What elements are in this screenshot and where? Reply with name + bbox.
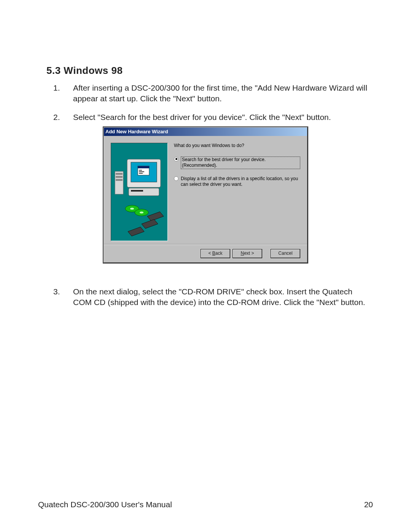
svg-rect-12	[131, 190, 143, 192]
svg-rect-8	[139, 170, 142, 171]
footer-page-number: 20	[364, 500, 373, 509]
step-3: 3. On the next dialog, select the "CD-RO…	[53, 286, 369, 308]
svg-rect-10	[139, 173, 143, 174]
wizard-illustration	[111, 143, 168, 241]
wizard-window: Add New Hardware Wizard	[103, 126, 308, 264]
step-number: 3.	[53, 286, 63, 308]
step-text: Select "Search for the best driver for y…	[73, 112, 369, 123]
svg-rect-7	[138, 166, 149, 168]
radio-option-list[interactable]: Display a list of all the drivers in a s…	[174, 176, 300, 188]
cancel-button[interactable]: Cancel	[271, 249, 300, 258]
radio-button-icon	[174, 157, 178, 161]
step-number: 1.	[53, 83, 63, 104]
svg-rect-2	[116, 176, 123, 178]
radio-button-icon	[174, 176, 178, 181]
svg-rect-9	[139, 171, 144, 172]
wizard-prompt: What do you want Windows to do?	[174, 143, 300, 149]
next-button[interactable]: Next >	[233, 249, 262, 258]
back-underline: B	[212, 251, 215, 256]
radio-label: Search for the best driver for your devi…	[181, 157, 300, 169]
back-suffix: ack	[215, 251, 223, 256]
footer-manual-title: Quatech DSC-200/300 User's Manual	[38, 500, 172, 509]
svg-point-16	[140, 212, 143, 214]
next-suffix: ext >	[244, 251, 254, 256]
step-1: 1. After inserting a DSC-200/300 for the…	[53, 83, 369, 104]
svg-marker-17	[147, 212, 164, 221]
svg-rect-1	[116, 173, 123, 175]
radio-option-search[interactable]: Search for the best driver for your devi…	[174, 157, 300, 169]
svg-rect-11	[129, 188, 159, 196]
step-number: 2.	[53, 112, 63, 123]
radio-label: Display a list of all the drivers in a s…	[181, 176, 300, 188]
window-titlebar: Add New Hardware Wizard	[104, 128, 307, 136]
svg-marker-19	[128, 227, 144, 236]
back-button[interactable]: < Back	[201, 249, 230, 258]
step-text: On the next dialog, select the "CD-ROM D…	[73, 286, 369, 308]
svg-point-14	[130, 208, 134, 210]
step-text: After inserting a DSC-200/300 for the fi…	[73, 83, 369, 104]
wizard-button-bar: < Back Next > Cancel	[104, 244, 307, 262]
step-2: 2. Select "Search for the best driver fo…	[53, 112, 369, 123]
svg-marker-18	[142, 219, 158, 228]
section-heading: 5.3 Windows 98	[46, 65, 373, 77]
next-underline: N	[241, 251, 244, 256]
back-prefix: <	[208, 251, 212, 256]
svg-rect-3	[116, 179, 123, 181]
